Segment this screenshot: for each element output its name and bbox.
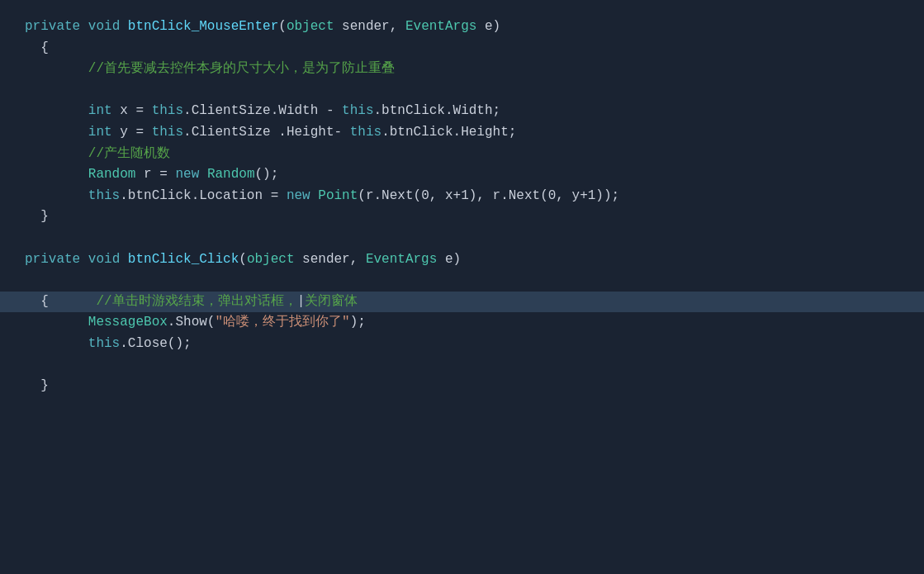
code-line: Random r = new Random(); [25,164,899,186]
code-line: MessageBox.Show("哈喽，终于找到你了"); [25,312,899,334]
code-line: //首先要减去控件本身的尺寸大小，是为了防止重叠 [25,59,899,80]
code-segment: private [25,17,80,38]
code-segment: .btnClick.Height; [381,122,516,144]
code-segment [25,144,88,165]
code-segment: r [135,164,159,186]
code-segment: this [88,334,120,355]
code-line: private void btnClick_MouseEnter(object … [25,17,899,38]
code-segment [120,17,128,38]
code-segment: y [112,122,136,144]
code-line [25,228,899,249]
code-segment [120,249,128,271]
code-segment [25,101,88,122]
code-segment [25,312,88,334]
code-segment: .Close(); [120,334,191,355]
code-segment: (); [254,164,278,186]
code-segment [144,101,152,122]
code-line: } [25,376,899,397]
code-segment: = [159,164,168,186]
code-segment [144,122,152,144]
code-segment: sender, [294,249,365,271]
code-segment: object [247,249,295,271]
code-segment: void [88,17,120,38]
code-segment: Point [318,186,358,207]
code-segment: //单击时游戏结束，弹出对话框， [96,292,296,313]
code-segment: { [25,292,96,313]
code-segment: int [88,101,112,122]
code-segment: .ClientSize.Width [183,101,326,122]
code-segment: e) [437,249,461,271]
code-editor: private void btnClick_MouseEnter(object … [0,0,924,574]
code-segment: "哈喽，终于找到你了" [215,312,349,334]
code-segment: this [152,122,183,144]
code-segment: ); [350,312,366,334]
code-segment: = [135,122,144,144]
code-segment: ( [278,17,287,38]
code-segment: //产生随机数 [88,144,170,165]
code-segment: 关闭窗体 [305,292,358,313]
code-line: { [25,38,899,59]
code-segment: | [297,292,306,313]
code-segment: new [287,186,310,207]
code-line: int x = this.ClientSize.Width - this.btn… [25,101,899,122]
code-segment: new [175,164,199,186]
code-line: //产生随机数 [25,144,899,165]
code-segment: private [25,249,80,271]
code-segment: //首先要减去控件本身的尺寸大小，是为了防止重叠 [88,59,395,80]
code-segment: Random [88,164,136,186]
code-line: int y = this.ClientSize .Height- this.bt… [25,122,899,144]
code-segment: ( [239,249,247,271]
code-segment: Random [207,164,255,186]
code-segment: e) [476,17,500,38]
code-segment: x [112,101,136,122]
code-segment: - [326,101,334,122]
code-segment [25,334,88,355]
code-segment: { [25,38,49,59]
code-line: } [25,206,899,228]
code-line: private void btnClick_Click(object sende… [25,249,899,271]
code-segment: btnClick_MouseEnter [128,17,278,38]
code-segment [25,59,88,80]
code-segment: this [342,101,373,122]
code-segment: void [88,249,120,271]
code-segment: this [88,186,120,207]
code-segment [342,122,350,144]
code-segment: object [287,17,334,38]
code-segment: .btnClick.Width; [374,101,501,122]
code-segment [25,122,88,144]
code-segment: - [334,122,343,144]
code-segment: = [271,186,279,207]
code-segment: this [350,122,381,144]
code-segment: MessageBox [88,312,168,334]
code-line [25,355,899,377]
code-segment [25,164,88,186]
code-segment: .ClientSize .Height [183,122,334,144]
code-segment: int [88,122,112,144]
code-segment: (r.Next(0, x+1), r.Next(0, y+1)); [358,186,619,207]
code-line [25,80,899,102]
code-segment: = [135,101,144,122]
code-segment: .btnClick.Location [120,186,270,207]
code-segment [80,17,88,38]
code-segment: EventArgs [366,249,437,271]
code-segment [25,186,88,207]
code-segment [168,164,176,186]
code-segment [80,249,88,271]
code-line: this.btnClick.Location = new Point(r.Nex… [25,186,899,207]
code-segment: } [25,206,49,228]
code-segment: .Show( [168,312,216,334]
code-segment: } [25,376,49,397]
code-segment: sender, [334,17,405,38]
code-segment: this [152,101,183,122]
code-segment: btnClick_Click [128,249,239,271]
code-segment [199,164,207,186]
code-segment [334,101,343,122]
code-segment [278,186,287,207]
code-line: { //单击时游戏结束，弹出对话框，|关闭窗体 [0,292,924,313]
code-segment [310,186,319,207]
code-line: this.Close(); [25,334,899,355]
code-segment: EventArgs [405,17,476,38]
code-line [25,270,899,292]
